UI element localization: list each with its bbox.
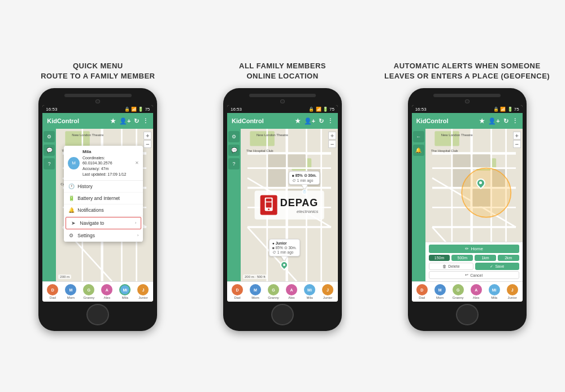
member-alex2[interactable]: A Alex [286, 284, 297, 299]
add-member-icon2[interactable]: 👤+ [304, 117, 315, 125]
member-granny3[interactable]: G Granny [453, 284, 464, 299]
depag-phone-icon [263, 197, 275, 213]
phone1-app-icons: ★ 👤+ ↻ ⋮ [110, 117, 149, 125]
member-junior2[interactable]: J Junior [322, 284, 333, 299]
back-icon[interactable]: ← [413, 131, 424, 142]
phone3-home-button[interactable] [456, 304, 479, 325]
zoom-out-button[interactable]: − [144, 140, 151, 148]
map1-scale: 200 m [58, 275, 71, 279]
member-junior3[interactable]: J Junior [507, 284, 518, 299]
refresh-icon[interactable]: ↻ [134, 117, 139, 125]
zoom-out-button2[interactable]: − [328, 140, 336, 148]
more-icon3[interactable]: ⋮ [512, 117, 518, 125]
phone3-screen: 16:53 🔒 📶 🔋 75 KidControl ★ 👤+ ↻ ⋮ [412, 105, 523, 302]
dad-avatar: D [47, 284, 58, 295]
geofence-save-button[interactable]: ✓ Save [475, 263, 519, 270]
phone2-home-button[interactable] [271, 304, 294, 325]
notifications-icon: 🔔 [68, 207, 74, 213]
popup-user-updated: Last updated: 17:09 1/12 [82, 172, 132, 177]
question-icon2[interactable]: ? [228, 158, 240, 169]
phone1-screen: 16:53 🔒 📶 🔋 75 KidControl ★ 👤+ ↻ ⋮ [42, 105, 153, 302]
settings-icon2[interactable]: ⚙ [228, 131, 240, 142]
member-mom[interactable]: M Mom [65, 284, 76, 299]
menu-item-navigate[interactable]: ➤ Navigate to › [66, 217, 141, 229]
member-mom2[interactable]: M Mom [250, 284, 261, 299]
member-mila3[interactable]: Mi Mila [489, 284, 500, 299]
mila-avatar3: Mi [489, 284, 500, 295]
chat-icon[interactable]: 💬 [44, 145, 55, 156]
phone2: 16:53 🔒 📶 🔋 75 KidControl ★ 👤+ ↻ ⋮ [223, 88, 342, 331]
location-marker-geofence [476, 178, 485, 191]
member-junior[interactable]: J Junior [137, 284, 149, 299]
menu-item-notifications[interactable]: 🔔 Notifications [64, 204, 143, 216]
junior-avatar2: J [322, 284, 333, 295]
junior-avatar3: J [507, 284, 518, 295]
chat-icon2[interactable]: 💬 [228, 145, 240, 156]
menu-item-battery[interactable]: 🔋 Battery and Internet [64, 193, 143, 204]
svg-rect-56 [453, 155, 470, 168]
more-icon2[interactable]: ⋮ [327, 117, 333, 125]
question-icon[interactable]: ? [44, 158, 55, 169]
phone1-camera [95, 99, 100, 104]
phone2-map: + − New London Theatre The Hospital Club… [241, 129, 338, 281]
geofence-radius-row: 150m 500m 1km 2km [429, 255, 519, 261]
zoom-out-button3[interactable]: − [513, 140, 521, 148]
star-icon[interactable]: ★ [110, 117, 116, 125]
menu-item-history[interactable]: 🕐 History [64, 181, 143, 193]
refresh-icon2[interactable]: ↻ [319, 117, 324, 125]
more-icon[interactable]: ⋮ [142, 117, 149, 125]
zoom-in-button[interactable]: + [144, 132, 151, 140]
radius-500m[interactable]: 500m [451, 255, 473, 261]
phone2-app-icons: ★ 👤+ ↻ ⋮ [295, 117, 333, 125]
map3-zoom: + − [513, 132, 521, 148]
phone3-time: 16:53 [415, 107, 427, 112]
junior-avatar: J [137, 284, 149, 295]
menu-item-settings[interactable]: ⚙ Settings › [64, 230, 143, 242]
popup-user-avatar: M [68, 157, 80, 169]
member-alex3[interactable]: A Alex [471, 284, 482, 299]
phone1-speaker [64, 94, 132, 97]
settings-icon[interactable]: ⚙ [44, 131, 55, 142]
section1-title: QUICK MENU ROUTE TO A FAMILY MEMBER [41, 61, 155, 81]
geofence-delete-button[interactable]: 🗑 Delete [429, 263, 474, 270]
member-mila[interactable]: Mi Mila [119, 284, 131, 299]
radius-150m[interactable]: 150m [429, 255, 450, 261]
map1-zoom: + − [144, 132, 151, 148]
geofence-cancel-button[interactable]: ↩ Cancel [429, 271, 519, 279]
main-container: QUICK MENU ROUTE TO A FAMILY MEMBER 16:5… [0, 55, 565, 337]
phone3-section: AUTOMATIC ALERTS WHEN SOMEONE LEAVES OR … [380, 61, 554, 331]
bell-icon[interactable]: 🔔 [413, 145, 424, 156]
phone2-camera [280, 99, 285, 104]
svg-rect-34 [288, 155, 305, 168]
alex-avatar3: A [471, 284, 482, 295]
granny-avatar: G [83, 284, 94, 295]
member-dad[interactable]: D Dad [47, 284, 58, 299]
star-icon3[interactable]: ★ [479, 117, 485, 125]
zoom-in-button2[interactable]: + [328, 132, 336, 140]
member-dad2[interactable]: D Dad [232, 284, 243, 299]
mila-avatar: Mi [119, 284, 131, 295]
mila-avatar2: Mi [304, 284, 315, 295]
member-alex[interactable]: A Alex [101, 284, 112, 299]
notifications-label: Notifications [77, 207, 103, 213]
radius-1km[interactable]: 1km [475, 255, 496, 261]
geofence-panel: ✏ Home 150m 500m 1km 2km [425, 242, 523, 281]
zoom-in-button3[interactable]: + [513, 132, 521, 140]
member-dad3[interactable]: D Dad [416, 284, 428, 299]
member-granny2[interactable]: G Granny [268, 284, 279, 299]
member-mila2[interactable]: Mi Mila [304, 284, 315, 299]
add-member-icon3[interactable]: 👤+ [488, 117, 499, 125]
member-granny[interactable]: G Granny [83, 284, 94, 299]
geofence-name-button[interactable]: ✏ Home [429, 245, 519, 253]
popup-close-button[interactable]: ✕ [135, 160, 139, 165]
delete-label: Delete [448, 264, 459, 268]
add-member-icon[interactable]: 👤+ [119, 117, 131, 125]
radius-2km[interactable]: 2km [498, 255, 519, 261]
phone2-screen: 16:53 🔒 📶 🔋 75 KidControl ★ 👤+ ↻ ⋮ [227, 105, 338, 302]
star-icon2[interactable]: ★ [295, 117, 301, 125]
refresh-icon3[interactable]: ↻ [503, 117, 508, 125]
depag-icon-box [260, 195, 277, 215]
phone1-home-button[interactable] [86, 304, 109, 325]
depag-logo: DEPAG electronics [260, 195, 319, 215]
member-mom3[interactable]: M Mom [434, 284, 446, 299]
